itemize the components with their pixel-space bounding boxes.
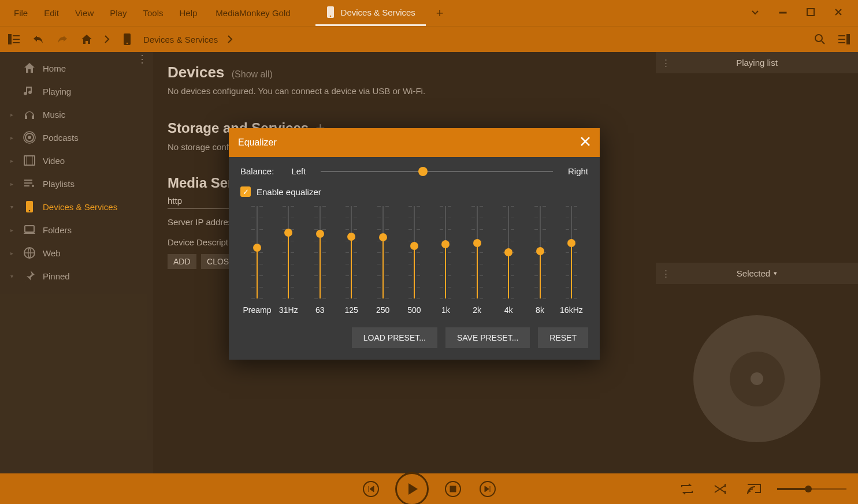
- tab-devices-services[interactable]: Devices & Services: [315, 0, 426, 26]
- eq-slider-1k[interactable]: [445, 206, 446, 298]
- panel-right-icon[interactable]: [836, 31, 852, 47]
- sidebar-item-pinned[interactable]: ▾Pinned: [0, 264, 153, 288]
- sidebar-item-web[interactable]: ▸Web: [0, 241, 153, 264]
- balance-thumb[interactable]: [418, 167, 428, 176]
- eq-slider-8k[interactable]: [540, 206, 541, 298]
- eq-slider-500[interactable]: [414, 206, 415, 298]
- chevron-down-icon[interactable]: ▾: [10, 273, 16, 279]
- sidebar-item-devices-services[interactable]: ▾Devices & Services: [0, 195, 153, 218]
- sidebar-item-video[interactable]: ▸Video: [0, 149, 153, 172]
- svg-rect-4: [8, 34, 12, 44]
- eq-thumb[interactable]: [504, 248, 512, 256]
- previous-button[interactable]: [361, 479, 381, 499]
- repeat-button[interactable]: [677, 479, 697, 499]
- eq-thumb[interactable]: [567, 239, 575, 247]
- eq-thumb[interactable]: [441, 240, 450, 248]
- selected-header[interactable]: ⋮ Selected ▾: [656, 263, 858, 284]
- save-preset-button[interactable]: SAVE PRESET...: [445, 327, 530, 348]
- svg-point-15: [28, 136, 31, 139]
- eq-band-2k: 2k: [462, 206, 493, 315]
- menu-tools[interactable]: Tools: [135, 0, 171, 26]
- eq-band-4k: 4k: [493, 206, 524, 315]
- eq-thumb[interactable]: [316, 230, 324, 238]
- eq-slider-16khz[interactable]: [571, 206, 572, 298]
- eq-slider-125[interactable]: [351, 206, 352, 298]
- home-icon[interactable]: [79, 31, 95, 47]
- eq-thumb[interactable]: [473, 239, 481, 247]
- breadcrumb[interactable]: Devices & Services: [143, 35, 218, 44]
- enable-equalizer-checkbox[interactable]: ✓: [240, 186, 251, 197]
- sidebar-menu-icon[interactable]: ⋮: [137, 58, 147, 61]
- selected-menu-icon[interactable]: ⋮: [662, 272, 670, 275]
- eq-thumb[interactable]: [284, 229, 292, 237]
- chevron-right-icon[interactable]: ▸: [10, 135, 16, 141]
- enable-equalizer-row[interactable]: ✓ Enable equalizer: [240, 186, 588, 197]
- svg-point-24: [32, 185, 34, 187]
- pin-icon: [23, 270, 36, 282]
- device-icon[interactable]: [119, 31, 135, 47]
- sidebar-item-music[interactable]: ▸Music: [0, 103, 153, 126]
- svg-rect-28: [24, 233, 35, 234]
- eq-slider-63[interactable]: [320, 206, 321, 298]
- menu-play[interactable]: Play: [102, 0, 135, 26]
- menu-edit[interactable]: Edit: [36, 0, 67, 26]
- volume-slider[interactable]: [777, 488, 846, 490]
- chevron-right-icon[interactable]: [226, 31, 234, 47]
- play-button[interactable]: [395, 472, 429, 505]
- minimize-button[interactable]: [769, 8, 797, 18]
- eq-band-label: 2k: [473, 305, 481, 315]
- search-icon[interactable]: [812, 31, 828, 47]
- dialog-close-button[interactable]: [580, 135, 590, 150]
- chevron-right-icon[interactable]: ▸: [10, 227, 16, 233]
- undo-icon[interactable]: [30, 31, 46, 47]
- shuffle-button[interactable]: [710, 479, 731, 499]
- cast-button[interactable]: [744, 479, 764, 499]
- volume-thumb[interactable]: [805, 486, 812, 492]
- eq-slider-250[interactable]: [382, 206, 384, 298]
- next-button[interactable]: [477, 479, 498, 499]
- dialog-title: Equalizer: [238, 137, 277, 148]
- load-preset-button[interactable]: LOAD PRESET...: [352, 327, 437, 348]
- playing-list-header: ⋮ Playing list: [656, 52, 858, 73]
- eq-slider-31hz[interactable]: [288, 206, 289, 298]
- eq-thumb[interactable]: [253, 244, 261, 252]
- show-all-link[interactable]: (Show all): [232, 69, 273, 79]
- eq-thumb[interactable]: [379, 233, 387, 241]
- sidebar-item-folders[interactable]: ▸Folders: [0, 218, 153, 241]
- svg-point-10: [815, 35, 822, 42]
- sidebar-item-home[interactable]: Home: [0, 57, 153, 80]
- menu-view[interactable]: View: [67, 0, 102, 26]
- eq-slider-preamp[interactable]: [257, 206, 258, 298]
- sidebar-item-playlists[interactable]: ▸Playlists: [0, 172, 153, 195]
- playing-menu-icon[interactable]: ⋮: [662, 61, 670, 64]
- stop-button[interactable]: [443, 479, 463, 499]
- redo-icon[interactable]: [54, 31, 70, 47]
- dialog-titlebar: Equalizer: [229, 128, 600, 157]
- chevron-right-icon[interactable]: ▸: [10, 111, 16, 118]
- eq-thumb[interactable]: [536, 247, 544, 255]
- add-button[interactable]: ADD: [168, 254, 196, 269]
- eq-thumb[interactable]: [410, 242, 418, 250]
- maximize-button[interactable]: [797, 8, 824, 18]
- balance-slider[interactable]: [321, 171, 553, 172]
- chevron-down-icon[interactable]: ▾: [10, 204, 16, 210]
- menu-help[interactable]: Help: [172, 0, 206, 26]
- reset-button[interactable]: RESET: [538, 327, 588, 348]
- panel-toggle-icon[interactable]: [6, 31, 22, 47]
- eq-slider-4k[interactable]: [508, 206, 509, 298]
- equalizer-bands: Preamp31Hz631252505001k2k4k8k16kHz: [240, 206, 588, 315]
- chevron-right-icon[interactable]: ▸: [10, 181, 16, 187]
- chevron-right-icon[interactable]: ▸: [10, 250, 16, 256]
- balance-left-label: Left: [291, 166, 306, 176]
- new-tab-button[interactable]: +: [426, 6, 454, 21]
- eq-slider-2k[interactable]: [477, 206, 478, 298]
- chevron-down-icon[interactable]: [741, 8, 769, 18]
- eq-thumb[interactable]: [347, 233, 355, 241]
- menu-file[interactable]: File: [6, 0, 36, 26]
- eq-band-63: 63: [304, 206, 336, 315]
- sidebar-item-playing[interactable]: Playing: [0, 80, 153, 103]
- sidebar-item-podcasts[interactable]: ▸Podcasts: [0, 126, 153, 149]
- balance-row: Balance: Left Right: [240, 166, 588, 176]
- close-button[interactable]: [824, 8, 852, 18]
- chevron-right-icon[interactable]: ▸: [10, 158, 16, 164]
